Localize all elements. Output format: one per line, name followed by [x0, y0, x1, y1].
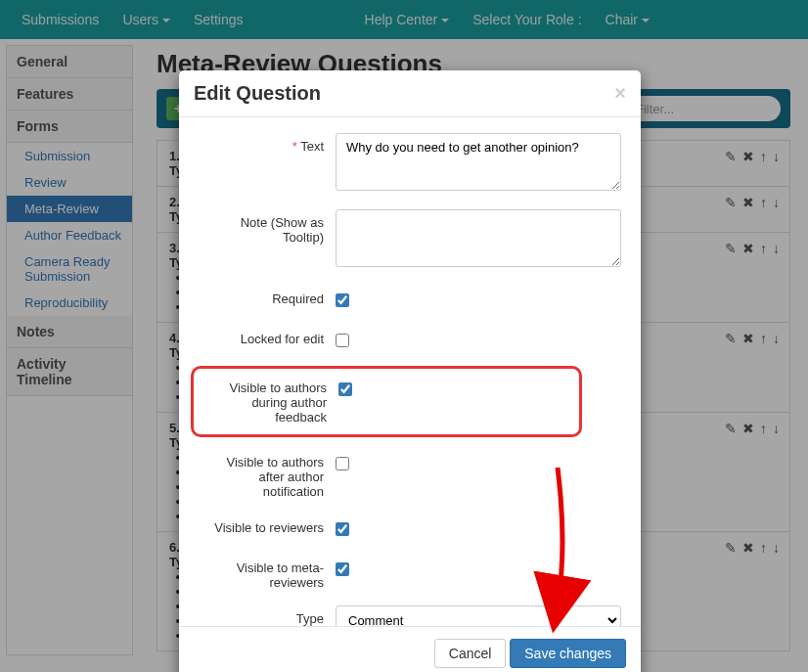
locked-checkbox[interactable]	[336, 334, 349, 347]
edit-question-modal: Edit Question × * Text Why do you need t…	[179, 70, 641, 672]
close-icon[interactable]: ×	[614, 82, 626, 105]
required-checkbox[interactable]	[336, 293, 349, 307]
label-visible-meta: Visible to meta-reviewers	[199, 555, 336, 590]
type-select[interactable]: Comment	[336, 605, 621, 626]
visible-reviewers-checkbox[interactable]	[336, 522, 349, 536]
label-type: Type	[199, 605, 336, 626]
label-visible-reviewers: Visible to reviewers	[199, 515, 336, 535]
text-input[interactable]: Why do you need to get another opinion?	[336, 133, 621, 191]
label-text: * Text	[199, 133, 336, 154]
label-visible-authors-notif: Visible to authors after author notifica…	[199, 449, 336, 499]
note-input[interactable]	[336, 209, 621, 267]
label-note: Note (Show as Tooltip)	[199, 209, 336, 245]
modal-title: Edit Question	[194, 82, 321, 105]
save-button[interactable]: Save changes	[510, 639, 626, 668]
label-locked: Locked for edit	[199, 326, 336, 346]
visible-meta-checkbox[interactable]	[336, 562, 349, 576]
label-visible-authors-feedback: Visible to authors during author feedbac…	[202, 375, 338, 425]
label-required: Required	[199, 286, 336, 306]
cancel-button[interactable]: Cancel	[434, 639, 507, 668]
visible-authors-feedback-checkbox[interactable]	[338, 382, 352, 396]
visible-authors-notif-checkbox[interactable]	[336, 457, 349, 470]
highlight-box: Visible to authors during author feedbac…	[191, 366, 582, 437]
